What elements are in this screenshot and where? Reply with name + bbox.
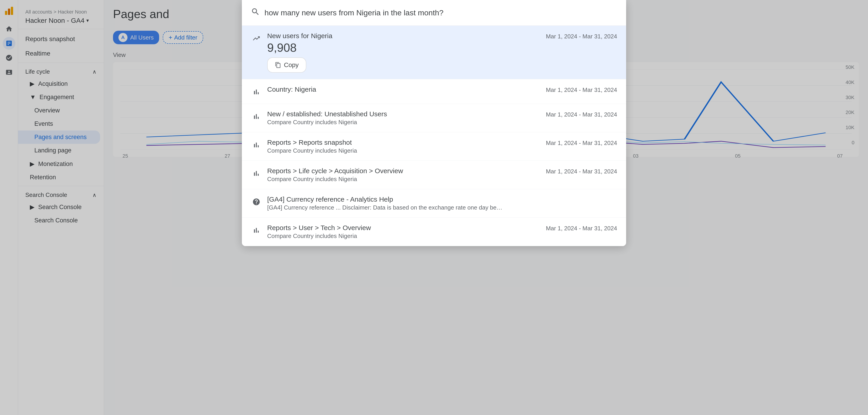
result-2-date: Mar 1, 2024 - Mar 31, 2024	[546, 87, 617, 94]
result-7-content: Reports > User > Tech > Overview Compare…	[267, 224, 540, 240]
search-result-6[interactable]: [GA4] Currency reference - Analytics Hel…	[242, 189, 626, 218]
result-4-content: Reports > Reports snapshot Compare Count…	[267, 139, 540, 154]
result-5-subtitle: Compare Country includes Nigeria	[267, 176, 540, 183]
result-5-icon	[251, 168, 262, 179]
result-5-content: Reports > Life cycle > Acquisition > Ove…	[267, 167, 540, 183]
search-modal: New users for Nigeria 9,908 Copy Mar 1, …	[242, 0, 626, 246]
result-3-content: New / established: Unestablished Users C…	[267, 110, 540, 126]
result-5-title: Reports > Life cycle > Acquisition > Ove…	[267, 167, 540, 175]
result-7-title: Reports > User > Tech > Overview	[267, 224, 540, 232]
result-3-date: Mar 1, 2024 - Mar 31, 2024	[546, 111, 617, 118]
copy-button-label: Copy	[284, 61, 299, 69]
search-input-row	[242, 0, 626, 26]
search-icon	[251, 7, 260, 18]
search-result-5[interactable]: Reports > Life cycle > Acquisition > Ove…	[242, 161, 626, 189]
search-result-4[interactable]: Reports > Reports snapshot Compare Count…	[242, 132, 626, 161]
copy-button[interactable]: Copy	[267, 57, 306, 73]
result-7-date: Mar 1, 2024 - Mar 31, 2024	[546, 225, 617, 232]
search-result-1[interactable]: New users for Nigeria 9,908 Copy Mar 1, …	[242, 26, 626, 79]
search-result-2[interactable]: Country: Nigeria Mar 1, 2024 - Mar 31, 2…	[242, 79, 626, 104]
result-2-icon	[251, 87, 262, 97]
result-1-content: New users for Nigeria 9,908 Copy	[267, 32, 540, 73]
result-1-icon	[251, 33, 262, 44]
result-6-content: [GA4] Currency reference - Analytics Hel…	[267, 196, 617, 211]
result-3-subtitle: Compare Country includes Nigeria	[267, 119, 540, 126]
result-4-date: Mar 1, 2024 - Mar 31, 2024	[546, 140, 617, 146]
result-5-date: Mar 1, 2024 - Mar 31, 2024	[546, 168, 617, 175]
result-6-title: [GA4] Currency reference - Analytics Hel…	[267, 196, 617, 203]
result-1-title: New users for Nigeria	[267, 32, 540, 40]
result-2-content: Country: Nigeria	[267, 85, 540, 94]
result-1-date: Mar 1, 2024 - Mar 31, 2024	[546, 33, 617, 40]
result-3-title: New / established: Unestablished Users	[267, 110, 540, 118]
result-1-value: 9,908	[267, 41, 540, 55]
result-4-icon	[251, 140, 262, 150]
result-7-subtitle: Compare Country includes Nigeria	[267, 233, 540, 240]
search-result-3[interactable]: New / established: Unestablished Users C…	[242, 104, 626, 132]
result-7-icon	[251, 225, 262, 236]
result-6-icon	[251, 197, 262, 207]
result-4-title: Reports > Reports snapshot	[267, 139, 540, 146]
result-2-title: Country: Nigeria	[267, 85, 540, 93]
result-4-subtitle: Compare Country includes Nigeria	[267, 147, 540, 154]
search-result-7[interactable]: Reports > User > Tech > Overview Compare…	[242, 218, 626, 246]
result-3-icon	[251, 111, 262, 122]
result-6-subtitle: [GA4] Currency reference ... Disclaimer:…	[267, 204, 617, 211]
search-input[interactable]	[265, 8, 617, 17]
